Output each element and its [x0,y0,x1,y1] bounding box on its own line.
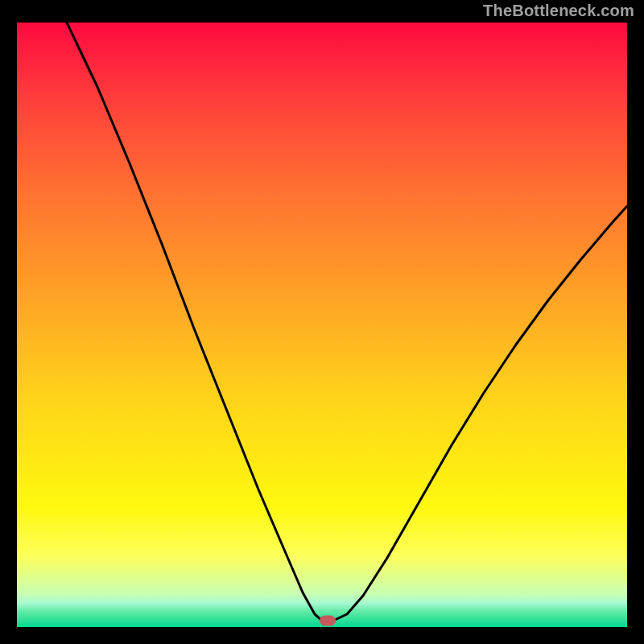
bottleneck-curve [17,23,627,627]
bottleneck-marker [320,616,336,626]
plot-area [17,23,627,627]
chart-frame: TheBottleneck.com [0,0,644,644]
watermark-text: TheBottleneck.com [483,2,634,20]
